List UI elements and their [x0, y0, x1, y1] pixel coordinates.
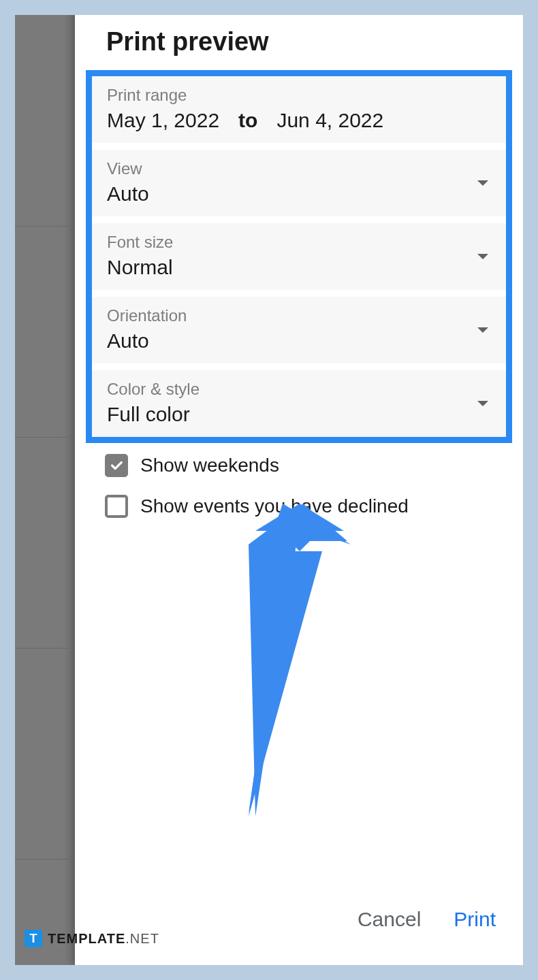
color-style-dropdown[interactable]: Color & style Full color — [92, 370, 506, 437]
show-declined-checkbox[interactable] — [105, 495, 128, 518]
calendar-gridline — [15, 226, 69, 227]
highlighted-options: Print range May 1, 2022 to Jun 4, 2022 V… — [86, 70, 512, 443]
calendar-gridline — [15, 648, 69, 649]
print-range-section[interactable]: Print range May 1, 2022 to Jun 4, 2022 — [92, 76, 506, 143]
font-size-label: Font size — [107, 233, 491, 252]
print-preview-panel: Print preview Print range May 1, 2022 to… — [75, 15, 523, 965]
watermark-badge: T — [25, 930, 42, 947]
panel-title: Print preview — [75, 27, 523, 70]
print-range-to: to — [238, 109, 257, 132]
view-dropdown[interactable]: View Auto — [92, 150, 506, 216]
watermark: T TEMPLATE.NET — [25, 930, 159, 947]
watermark-text: TEMPLATE.NET — [48, 931, 159, 947]
font-size-dropdown[interactable]: Font size Normal — [92, 223, 506, 290]
orientation-dropdown[interactable]: Orientation Auto — [92, 297, 506, 363]
view-label: View — [107, 159, 491, 178]
calendar-gridline — [15, 437, 69, 438]
print-range-row: May 1, 2022 to Jun 4, 2022 — [107, 109, 491, 132]
background-area: Print preview Print range May 1, 2022 to… — [15, 15, 523, 965]
print-range-start[interactable]: May 1, 2022 — [107, 109, 219, 132]
print-range-label: Print range — [107, 86, 491, 105]
color-style-label: Color & style — [107, 380, 491, 399]
chevron-down-icon — [477, 254, 488, 259]
show-declined-row[interactable]: Show events you have declined — [75, 483, 523, 523]
check-icon — [109, 458, 124, 473]
chevron-down-icon — [477, 180, 488, 186]
show-declined-label: Show events you have declined — [140, 495, 409, 517]
print-button[interactable]: Print — [454, 908, 496, 931]
calendar-gridline — [15, 859, 69, 860]
orientation-value: Auto — [107, 329, 491, 353]
view-value: Auto — [107, 182, 491, 206]
font-size-value: Normal — [107, 256, 491, 279]
cancel-button[interactable]: Cancel — [358, 908, 421, 931]
print-range-end[interactable]: Jun 4, 2022 — [276, 109, 383, 132]
show-weekends-row[interactable]: Show weekends — [75, 443, 523, 483]
show-weekends-checkbox[interactable] — [105, 454, 128, 477]
color-style-value: Full color — [107, 403, 491, 426]
orientation-label: Orientation — [107, 306, 491, 325]
chevron-down-icon — [477, 327, 488, 333]
chevron-down-icon — [477, 401, 488, 406]
show-weekends-label: Show weekends — [140, 455, 279, 476]
dialog-footer: Cancel Print — [358, 908, 496, 931]
